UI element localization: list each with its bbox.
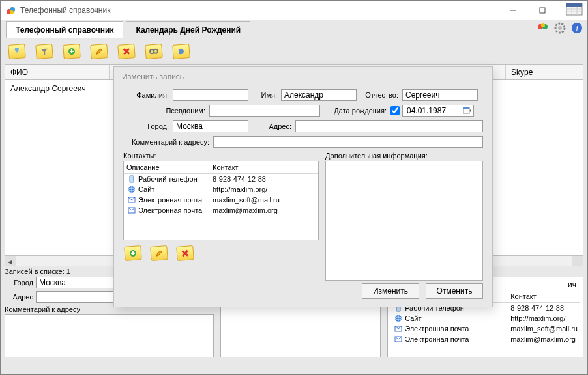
contact-edit-button[interactable] (149, 244, 169, 262)
toolbar-search-button[interactable] (144, 42, 164, 61)
address-label-dialog: Адрес: (251, 122, 293, 130)
maximize-button[interactable] (527, 1, 557, 20)
svg-text:i: i (576, 23, 578, 33)
globe-icon (393, 314, 404, 323)
suffix-text: ич (568, 280, 576, 289)
contact-row[interactable]: Электронная почта maxlim@maxlim.org (390, 334, 580, 344)
mail-icon (393, 335, 404, 344)
mail-icon (126, 195, 137, 204)
svg-rect-23 (566, 3, 582, 7)
save-button[interactable]: Изменить (362, 283, 419, 299)
contact-delete-button[interactable] (175, 244, 195, 262)
balloons-icon[interactable] (537, 21, 550, 35)
contact-add-button[interactable] (123, 244, 143, 262)
phone-icon (126, 174, 137, 184)
surname-label: Фамилия: (123, 91, 170, 99)
mail-icon (393, 324, 404, 333)
svg-point-2 (10, 10, 14, 14)
calendar-icon[interactable] (566, 1, 584, 17)
svg-point-11 (558, 26, 562, 30)
toolbar-add-button[interactable] (62, 42, 81, 61)
nick-label: Псевдоним: (123, 107, 207, 115)
titlebar: Телефонный справочник (1, 1, 587, 20)
main-toolbar (1, 38, 587, 64)
city-label: Город (5, 279, 36, 286)
extra-info-label: Дополнительная информация: (325, 152, 483, 160)
info-icon[interactable]: i (570, 21, 583, 35)
birthdate-input[interactable]: 04.01.1987 (402, 105, 474, 117)
toolbar-filter-button[interactable] (7, 42, 27, 61)
svg-rect-14 (15, 48, 19, 50)
surname-input[interactable] (173, 89, 248, 101)
toolbar-tag-button[interactable] (171, 42, 191, 61)
nick-input[interactable] (209, 105, 320, 117)
globe-icon (126, 185, 137, 194)
main-window: Телефонный справочник Телефонный справоч… (0, 0, 588, 375)
gear-icon[interactable] (553, 21, 566, 35)
name-input[interactable] (281, 89, 357, 101)
col-fio[interactable]: ФИО (5, 65, 110, 79)
minimize-button[interactable] (498, 1, 527, 20)
patronymic-input[interactable] (402, 89, 478, 101)
toolbar-funnel-button[interactable] (35, 42, 54, 61)
city-label-dialog: Город: (123, 122, 170, 130)
addr-comment-input[interactable] (213, 136, 483, 148)
tab-phonebook[interactable]: Телефонный справочник (6, 21, 123, 38)
toolbar-edit-button[interactable] (89, 42, 109, 61)
svg-rect-36 (130, 176, 134, 182)
patronymic-label: Отчество: (359, 91, 400, 99)
cancel-button[interactable]: Отменить (426, 283, 483, 299)
dialog-title: Изменить запись (114, 67, 492, 87)
city-input[interactable] (173, 120, 248, 132)
svg-point-9 (541, 23, 545, 27)
contact-row[interactable]: Сайт http://maxlim.org/ (390, 313, 580, 324)
address-label: Адрес (5, 293, 36, 301)
svg-point-21 (154, 49, 158, 53)
contacts-label: Контакты: (123, 152, 319, 160)
name-label: Имя: (251, 91, 278, 99)
comment-box[interactable] (5, 314, 214, 357)
edit-record-dialog: Изменить запись Фамилия: Имя: Отчество: … (113, 66, 493, 307)
contacts-col-contact: Контакт (510, 292, 578, 300)
main-tabs: Телефонный справочник Календарь Дней Рож… (1, 20, 587, 38)
window-title: Телефонный справочник (20, 6, 498, 15)
calendar-dropdown-icon[interactable] (463, 107, 472, 115)
tab-calendar[interactable]: Календарь Дней Рождений (126, 21, 250, 38)
addr-comment-label: Комментарий к адресу: (123, 138, 211, 146)
mail-icon (126, 206, 137, 215)
birthdate-label: Дата рождения: (323, 107, 388, 115)
app-icon (6, 5, 16, 16)
address-input[interactable] (295, 120, 483, 132)
extra-info-textarea[interactable] (325, 161, 483, 281)
col-skype[interactable]: Skype (506, 65, 583, 79)
dialog-contacts-list[interactable]: Описание Контакт Рабочий телефон 8-928-4… (123, 161, 319, 240)
svg-rect-4 (540, 8, 545, 13)
birthdate-checkbox[interactable] (390, 106, 400, 115)
contact-row[interactable]: Электронная почта maxlim_soft@mail.ru (390, 324, 580, 334)
toolbar-delete-button[interactable] (117, 42, 136, 61)
svg-rect-35 (463, 107, 469, 109)
